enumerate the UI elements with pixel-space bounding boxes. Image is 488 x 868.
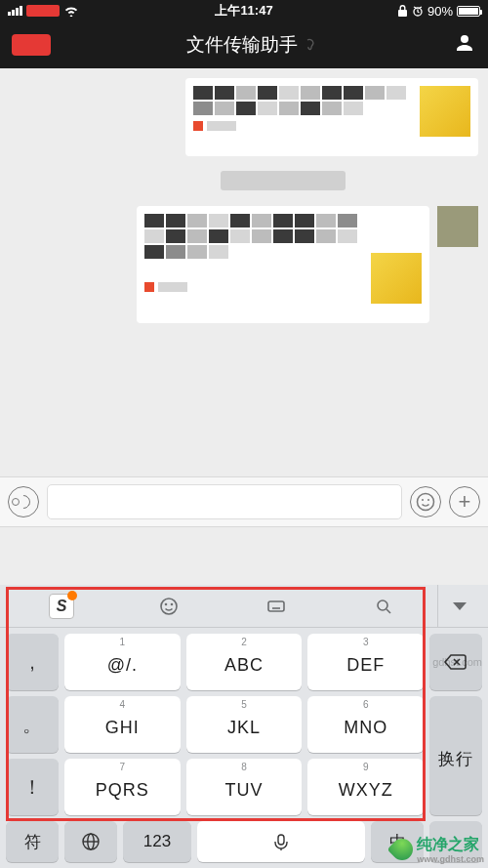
key-symbols[interactable]: 符 [6,821,59,862]
battery-percent: 90% [427,4,453,19]
chat-area[interactable] [0,68,488,476]
leaf-icon [387,834,418,864]
voice-button[interactable] [8,486,39,517]
key-mno[interactable]: 6MNO [307,696,424,753]
keyboard-toolbar: S [0,585,488,628]
key-period[interactable]: 。 [6,696,59,753]
ime-search-button[interactable] [330,585,437,627]
svg-point-13 [378,600,387,610]
watermark-url: gdhst.com [432,656,482,668]
key-wxyz[interactable]: 9WXYZ [307,759,424,815]
svg-rect-20 [278,835,284,845]
key-pqrs[interactable]: 7PQRS [64,759,181,815]
wifi-icon [63,5,79,17]
input-bar: + [0,476,488,527]
timestamp [10,172,478,190]
svg-point-5 [166,603,167,604]
key-comma[interactable]: , [6,634,59,690]
svg-point-1 [418,494,434,511]
watermark-brand: 纯净之家www.gdhst.com [391,835,484,864]
key-abc[interactable]: 2ABC [186,634,303,690]
svg-point-6 [172,603,173,604]
key-globe[interactable] [64,821,117,862]
status-bar: 上午11:47 90% [0,0,488,21]
message-row [10,206,478,323]
message-bubble[interactable] [137,206,429,323]
svg-point-3 [427,499,429,501]
battery-icon [457,6,480,17]
key-ghi[interactable]: 4GHI [64,696,181,753]
ime-sogou-button[interactable]: S [8,585,115,627]
key-exclaim[interactable]: ！ [6,759,59,815]
key-tuv[interactable]: 8TUV [186,759,303,815]
key-enter[interactable]: 换行 [429,696,482,815]
svg-rect-7 [268,601,284,611]
key-@/.[interactable]: 1@/. [64,634,181,690]
svg-line-14 [386,609,390,613]
key-123[interactable]: 123 [123,821,191,862]
key-space[interactable] [197,821,365,862]
ime-emoji-button[interactable] [115,585,223,627]
alarm-icon [412,5,424,17]
svg-point-2 [422,499,424,501]
keyboard-collapse-button[interactable] [437,585,480,627]
key-jkl[interactable]: 5JKL [186,696,303,753]
message-bubble[interactable] [185,78,478,156]
signal-icon [8,6,22,16]
more-button[interactable]: + [449,486,480,517]
keyboard: S , 。 ！ 1@/.2ABC3DEF4GHI5JKL6MNO7PQRS8TU… [0,585,488,868]
lock-icon [397,5,408,17]
back-button[interactable] [12,34,51,56]
carrier-redacted [26,5,60,17]
nav-bar: 文件传输助手 [0,21,488,68]
profile-button[interactable] [453,31,476,59]
message-row [10,78,478,156]
svg-point-4 [161,599,177,614]
key-def[interactable]: 3DEF [307,634,424,690]
earpiece-icon [304,37,317,54]
message-input[interactable] [47,484,402,519]
avatar[interactable] [437,206,478,247]
chat-title: 文件传输助手 [186,32,298,58]
ime-keyboard-button[interactable] [223,585,330,627]
status-time: 上午11:47 [215,2,272,20]
emoji-button[interactable] [410,486,441,517]
